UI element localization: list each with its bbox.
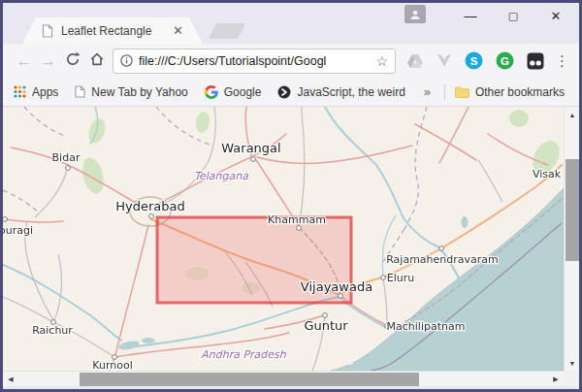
apps-grid-icon <box>14 85 26 98</box>
map-label-raichur: Raichur <box>32 324 73 337</box>
gray-extension-icon[interactable] <box>436 53 452 68</box>
title-bar: Leaflet Rectangle ✕ — ▢ ✕ <box>3 3 579 44</box>
forward-button[interactable]: → <box>36 53 60 69</box>
map-label-warangal: Warangal <box>221 141 280 155</box>
map-marker-bidar <box>66 166 71 171</box>
bookmark-label: JavaScript, the weird <box>297 85 404 99</box>
js-circle-icon <box>277 85 291 99</box>
url-text[interactable]: file:///C:/Users/Tutorialspoint/Googl <box>139 54 370 68</box>
map-marker-guntur <box>323 313 328 318</box>
bookmark-javascript[interactable]: JavaScript, the weird <box>277 85 404 99</box>
map-marker-warangal <box>251 157 256 162</box>
map-marker-eluru <box>381 276 386 280</box>
browser-tab[interactable]: Leaflet Rectangle ✕ <box>22 17 203 44</box>
map-label-rajamahendravaram: Rajamahendravaram <box>386 253 499 266</box>
bookmark-star-icon[interactable]: ☆ <box>375 53 388 69</box>
page-favicon-icon <box>42 24 53 38</box>
tab-title: Leaflet Rectangle <box>61 24 165 38</box>
horizontal-scrollbar[interactable]: ◀ ▶ <box>3 371 564 386</box>
map-label-eluru: Eluru <box>387 272 414 284</box>
map-label-andhra-pradesh: Andhra Pradesh <box>201 348 286 361</box>
map-label-hyderabad: Hyderabad <box>115 199 185 213</box>
close-button[interactable]: ✕ <box>534 3 577 29</box>
bookmarks-bar: Apps New Tab by Yahoo Google JavaScrip <box>3 78 579 107</box>
scroll-down-arrow-icon[interactable]: ▼ <box>565 355 580 371</box>
skype-extension-icon[interactable]: S <box>465 51 483 70</box>
map-label-bidar: Bidar <box>52 151 81 164</box>
other-bookmarks-button[interactable]: Other bookmarks <box>455 85 565 99</box>
folder-icon <box>455 86 469 98</box>
map-marker-hyderabad <box>149 214 154 219</box>
browser-window: Leaflet Rectangle ✕ — ▢ ✕ ← → <box>0 0 582 392</box>
map-marker-vijayawada <box>339 294 343 299</box>
bookmarks-overflow-icon[interactable]: » <box>424 84 431 99</box>
reload-icon <box>65 51 81 67</box>
map-label-machilipatnam: Machilipatnam <box>387 320 466 333</box>
browser-menu-icon[interactable]: ⋮ <box>555 52 569 70</box>
svg-text:G: G <box>501 55 509 67</box>
vertical-scrollbar[interactable]: ▲ ▼ <box>564 107 579 371</box>
map-label-telangana: Telangana <box>194 170 248 182</box>
map-label-guntur: Guntur <box>304 318 348 333</box>
extensions-row: S G <box>406 51 544 70</box>
google-g-icon <box>205 85 218 99</box>
person-icon <box>409 9 421 20</box>
address-bar[interactable]: file:///C:/Users/Tutorialspoint/Googl ☆ <box>113 49 396 74</box>
bookmark-new-tab-yahoo[interactable]: New Tab by Yahoo <box>75 85 187 99</box>
bookmark-label: Apps <box>32 85 58 99</box>
scroll-right-arrow-icon[interactable]: ▶ <box>548 372 564 387</box>
page-info-icon[interactable] <box>120 54 133 67</box>
bookmark-google[interactable]: Google <box>205 85 262 99</box>
reload-button[interactable] <box>60 51 84 70</box>
bookmark-apps[interactable]: Apps <box>14 85 58 99</box>
home-button[interactable] <box>84 51 109 70</box>
page-content: BidarWarangalTelanganaVisakouragiHyderab… <box>3 107 579 386</box>
dark-extension-icon[interactable] <box>527 52 544 70</box>
grammarly-extension-icon[interactable]: G <box>496 51 514 70</box>
scroll-left-arrow-icon[interactable]: ◀ <box>3 372 18 387</box>
bookmark-label: Google <box>224 85 262 99</box>
svg-text:S: S <box>470 55 478 67</box>
bookmarks-divider <box>444 84 445 100</box>
other-bookmarks-label: Other bookmarks <box>475 85 565 99</box>
profile-button[interactable] <box>404 5 426 23</box>
home-icon <box>89 51 105 67</box>
scrollbar-corner <box>564 371 579 386</box>
map-canvas[interactable]: BidarWarangalTelanganaVisakouragiHyderab… <box>3 107 564 371</box>
new-tab-button[interactable] <box>209 23 246 39</box>
minimize-button[interactable]: — <box>449 3 492 29</box>
map-label-kurnool: Kurnool <box>92 359 132 371</box>
map-label-vijayawada: Vijayawada <box>301 279 372 294</box>
bookmark-label: New Tab by Yahoo <box>91 85 187 99</box>
vertical-scroll-thumb[interactable] <box>566 159 579 261</box>
map-label-ouragi: ouragi <box>3 224 33 237</box>
scroll-up-arrow-icon[interactable]: ▲ <box>565 107 580 122</box>
map-label-khammam: Khammam <box>268 213 326 226</box>
tab-close-icon[interactable]: ✕ <box>173 23 183 38</box>
map-label-visak: Visak <box>533 168 562 180</box>
maximize-button[interactable]: ▢ <box>492 3 534 29</box>
map-marker-khammam <box>297 226 302 231</box>
map-marker-ouragi <box>3 217 7 222</box>
toolbar: ← → file:///C:/Users/Tutorialspoint/Goog… <box>3 44 579 78</box>
map-marker-rajamahendravaram <box>439 246 444 251</box>
horizontal-scroll-thumb[interactable] <box>80 373 419 386</box>
drive-extension-icon[interactable] <box>406 53 424 69</box>
page-icon <box>75 85 85 98</box>
back-button[interactable]: ← <box>12 53 36 69</box>
